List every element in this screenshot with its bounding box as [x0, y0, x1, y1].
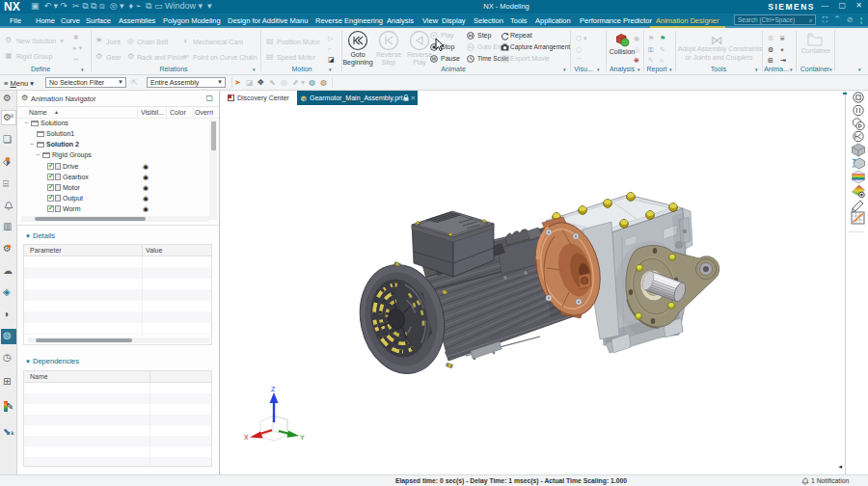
svg-text:Y: Y: [300, 434, 305, 441]
svg-text:X: X: [244, 434, 249, 441]
svg-text:Z: Z: [271, 386, 276, 392]
